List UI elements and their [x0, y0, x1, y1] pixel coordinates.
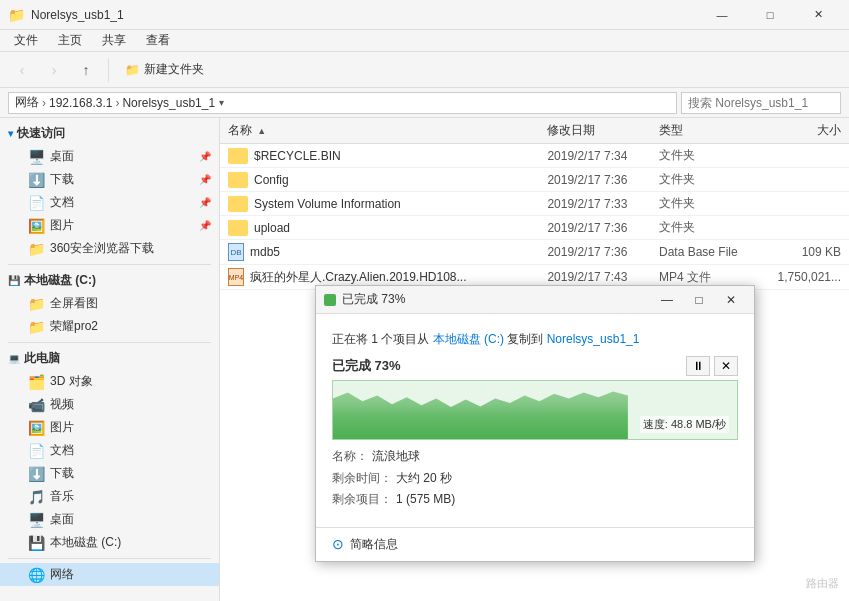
menu-home[interactable]: 主页 [48, 30, 92, 51]
column-name[interactable]: 名称 ▲ [220, 122, 547, 139]
sidebar-item-downloads1[interactable]: ⬇️ 下载 📌 [0, 168, 219, 191]
progress-percent-label: 已完成 73% [332, 357, 401, 375]
new-folder-button[interactable]: 📁 新建文件夹 [117, 56, 212, 84]
column-size[interactable]: 大小 [762, 122, 849, 139]
sidebar-item-localdiskc[interactable]: 💾 本地磁盘 (C:) [0, 531, 219, 554]
column-type[interactable]: 类型 [659, 122, 762, 139]
sidebar-header-thispc[interactable]: 💻 此电脑 [0, 347, 219, 370]
download-icon: ⬇️ [28, 172, 44, 188]
table-row[interactable]: DB mdb5 2019/2/17 7:36 Data Base File 10… [220, 240, 849, 265]
table-row[interactable]: Config 2019/2/17 7:36 文件夹 [220, 168, 849, 192]
sidebar-item-label: 荣耀pro2 [50, 318, 98, 335]
file-name-cell: System Volume Information [220, 196, 547, 212]
dialog-body: 正在将 1 个项目从 本地磁盘 (C:) 复制到 Norelsys_usb1_1… [316, 314, 754, 527]
file-date-cell: 2019/2/17 7:33 [547, 197, 659, 211]
name-value: 流浪地球 [372, 446, 420, 468]
sidebar-item-label: 视频 [50, 396, 74, 413]
3d-icon: 🗂️ [28, 374, 44, 390]
file-name-cell: MP4 疯狂的外星人.Crazy.Alien.2019.HD108... [220, 268, 547, 286]
file-size-cell: 1,750,021... [762, 270, 849, 284]
sidebar-item-docs1[interactable]: 📄 文档 📌 [0, 191, 219, 214]
address-bar: 网络 › 192.168.3.1 › Norelsys_usb1_1 ▾ [0, 88, 849, 118]
address-ip[interactable]: 192.168.3.1 [49, 96, 112, 110]
sidebar-item-pictures1[interactable]: 🖼️ 图片 📌 [0, 214, 219, 237]
address-path[interactable]: 网络 › 192.168.3.1 › Norelsys_usb1_1 ▾ [8, 92, 677, 114]
sidebar-item-downloads2[interactable]: ⬇️ 下载 [0, 462, 219, 485]
file-type-cell: Data Base File [659, 245, 762, 259]
window-icon: 📁 [8, 7, 25, 23]
sidebar-item-360browser[interactable]: 📁 360安全浏览器下载 [0, 237, 219, 260]
table-row[interactable]: System Volume Information 2019/2/17 7:33… [220, 192, 849, 216]
divider2 [8, 342, 211, 343]
sidebar-item-music[interactable]: 🎵 音乐 [0, 485, 219, 508]
menu-view[interactable]: 查看 [136, 30, 180, 51]
sidebar-item-video[interactable]: 📹 视频 [0, 393, 219, 416]
minimize-button[interactable]: — [699, 0, 745, 30]
doc-icon: 📄 [28, 443, 44, 459]
cancel-copy-button[interactable]: ✕ [714, 356, 738, 376]
dialog-title-icon [324, 294, 336, 306]
forward-button[interactable]: › [40, 56, 68, 84]
pause-button[interactable]: ⏸ [686, 356, 710, 376]
sidebar-section-quickaccess: ▾ 快速访问 🖥️ 桌面 📌 ⬇️ 下载 📌 📄 文档 📌 🖼️ 图片 [0, 122, 219, 260]
info-row-name: 名称： 流浪地球 [332, 446, 738, 468]
info-row-time: 剩余时间： 大约 20 秒 [332, 468, 738, 490]
window-title: Norelsys_usb1_1 [31, 8, 693, 22]
file-type-cell: 文件夹 [659, 195, 762, 212]
sidebar-item-docs2[interactable]: 📄 文档 [0, 439, 219, 462]
video-icon: 📹 [28, 397, 44, 413]
menu-file[interactable]: 文件 [4, 30, 48, 51]
sidebar-item-network[interactable]: 🌐 网络 [0, 563, 219, 586]
dialog-close-button[interactable]: ✕ [716, 290, 746, 310]
sidebar-header-localdisk[interactable]: 💾 本地磁盘 (C:) [0, 269, 219, 292]
window-controls: — □ ✕ [699, 0, 841, 30]
sidebar-section-localdisk: 💾 本地磁盘 (C:) 📁 全屏看图 📁 荣耀pro2 [0, 269, 219, 338]
up-button[interactable]: ↑ [72, 56, 100, 84]
sidebar-item-fullscreen[interactable]: 📁 全屏看图 [0, 292, 219, 315]
folder-icon: 📁 [28, 296, 44, 312]
sidebar-quickaccess-label: 快速访问 [17, 125, 65, 142]
sidebar-item-label: 音乐 [50, 488, 74, 505]
desktop-icon: 🖥️ [28, 149, 44, 165]
dialog-maximize-button[interactable]: □ [684, 290, 714, 310]
sidebar-thispc-label: 此电脑 [24, 350, 60, 367]
address-network[interactable]: 网络 [15, 94, 39, 111]
file-name-cell: $RECYCLE.BIN [220, 148, 547, 164]
close-button[interactable]: ✕ [795, 0, 841, 30]
drive-icon: 💾 [8, 275, 20, 286]
sidebar-item-honor[interactable]: 📁 荣耀pro2 [0, 315, 219, 338]
sidebar-item-label: 全屏看图 [50, 295, 98, 312]
menu-share[interactable]: 共享 [92, 30, 136, 51]
back-button[interactable]: ‹ [8, 56, 36, 84]
file-name-cell: DB mdb5 [220, 243, 547, 261]
column-date[interactable]: 修改日期 [547, 122, 659, 139]
file-date-cell: 2019/2/17 7:34 [547, 149, 659, 163]
address-share[interactable]: Norelsys_usb1_1 [122, 96, 215, 110]
maximize-button[interactable]: □ [747, 0, 793, 30]
folder-icon: 📁 [28, 241, 44, 257]
desktop-icon: 🖥️ [28, 512, 44, 528]
sidebar-item-desktop2[interactable]: 🖥️ 桌面 [0, 508, 219, 531]
sidebar-header-quickaccess[interactable]: ▾ 快速访问 [0, 122, 219, 145]
table-row[interactable]: $RECYCLE.BIN 2019/2/17 7:34 文件夹 [220, 144, 849, 168]
sidebar-item-label: 文档 [50, 442, 74, 459]
sort-icon: ▲ [257, 126, 266, 136]
table-row[interactable]: upload 2019/2/17 7:36 文件夹 [220, 216, 849, 240]
sidebar-item-label: 图片 [50, 419, 74, 436]
dialog-footer[interactable]: ⊙ 简略信息 [316, 527, 754, 561]
sidebar-network-label: 网络 [50, 566, 74, 583]
items-value: 1 (575 MB) [396, 489, 455, 511]
sidebar-item-label: 图片 [50, 217, 74, 234]
dialog-minimize-button[interactable]: — [652, 290, 682, 310]
chevron-down-icon: ▾ [8, 128, 13, 139]
sidebar-item-label: 桌面 [50, 511, 74, 528]
address-dropdown-icon[interactable]: ▾ [219, 97, 224, 108]
sidebar-item-label: 360安全浏览器下载 [50, 240, 154, 257]
file-type-cell: 文件夹 [659, 147, 762, 164]
sidebar-item-3d[interactable]: 🗂️ 3D 对象 [0, 370, 219, 393]
search-input[interactable] [681, 92, 841, 114]
disk-icon: 💾 [28, 535, 44, 551]
sidebar-item-pictures2[interactable]: 🖼️ 图片 [0, 416, 219, 439]
sidebar-item-desktop1[interactable]: 🖥️ 桌面 📌 [0, 145, 219, 168]
pin-icon: 📌 [199, 174, 211, 185]
